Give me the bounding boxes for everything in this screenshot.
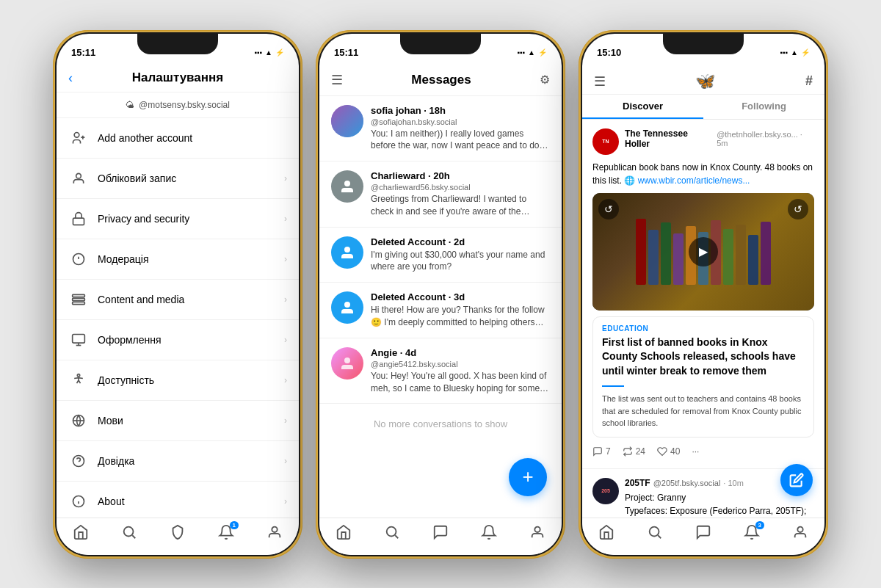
reload-left-icon[interactable]: ↺ (598, 199, 619, 219)
compose-button-3[interactable] (780, 464, 813, 496)
hamburger-icon[interactable]: ☰ (331, 72, 343, 88)
nav-person-3[interactable] (792, 524, 808, 540)
hashtag-icon[interactable]: # (805, 73, 813, 89)
nav-bell-2[interactable] (481, 524, 497, 540)
sofia-content: sofia johan · 18h @sofiajohan.bsky.socia… (371, 105, 550, 153)
nav-home-2[interactable] (336, 524, 352, 540)
battery-icon-3: ⚡ (801, 48, 810, 57)
settings-list: Add another account Обліковий запис › (57, 118, 299, 518)
svg-point-27 (344, 302, 350, 308)
repost-count: 24 (636, 446, 645, 457)
deleted-preview-2: Hi there! How are you? Thanks for the fo… (371, 304, 550, 329)
settings-item-account[interactable]: Обліковий запис › (57, 159, 299, 199)
conversation-charlie[interactable]: Charlieward · 20h @charlieward56.bsky.so… (319, 161, 562, 228)
status-time-2: 15:11 (334, 47, 358, 58)
accessibility-icon (68, 370, 89, 391)
angie-preview: You: Hey! You're all good. X has been ki… (371, 370, 550, 395)
monitor-icon (68, 330, 89, 350)
bell-badge-3: 3 (755, 521, 764, 529)
nav-search-2[interactable] (384, 524, 400, 540)
person-icon (68, 168, 89, 189)
account-handle: @motsensy.bsky.social (139, 100, 230, 110)
signal-icon-3: ▪▪▪ (780, 48, 788, 57)
deleted-preview-1: I'm giving out $30,000 what's your name … (371, 249, 550, 274)
tab-following[interactable]: Following (703, 95, 824, 119)
deleted-content-2: Deleted Account · 3d Hi there! How are y… (371, 291, 550, 329)
svg-point-29 (387, 526, 396, 536)
signal-icon: ▪▪▪ (254, 48, 262, 57)
chevron-icon-4: › (284, 294, 287, 305)
settings-item-add-account[interactable]: Add another account (57, 118, 299, 159)
conversation-sofia[interactable]: sofia johan · 18h @sofiajohan.bsky.socia… (319, 96, 562, 162)
messages-empty: No more conversations to show (319, 404, 562, 444)
205tf-handle: @205tf.bsky.social (653, 479, 721, 487)
play-icon[interactable]: ▶ (689, 237, 718, 266)
back-button[interactable]: ‹ (68, 70, 73, 86)
nav-shield[interactable] (170, 524, 186, 540)
like-action[interactable]: 40 (657, 446, 680, 457)
nav-person-2[interactable] (529, 524, 545, 540)
moderation-label: Модерація (98, 253, 275, 265)
nav-bell[interactable]: 1 (218, 524, 234, 540)
phone-2: 15:11 ▪▪▪ ▲ ⚡ ☰ Messages ⚙ (316, 30, 565, 559)
reply-count: 7 (606, 446, 611, 457)
settings-item-accessibility[interactable]: Доступність › (57, 360, 299, 401)
books-image: ↺ ▶ ↺ (592, 193, 814, 311)
more-action[interactable]: ··· (692, 446, 699, 457)
article-desc: The list was sent out to teachers and co… (593, 393, 813, 437)
svg-line-33 (658, 535, 661, 538)
svg-rect-4 (73, 218, 84, 225)
svg-point-34 (797, 526, 802, 531)
phone-1: 15:11 ▪▪▪ ▲ ⚡ ‹ Налаштування 🌤 @motsensy… (53, 30, 302, 559)
status-time-3: 15:10 (597, 47, 621, 58)
tennessee-avatar: TN (592, 128, 619, 155)
messages-title: Messages (411, 73, 471, 87)
charlie-preview: Greetings from Charlieward! I wanted to … (371, 193, 550, 218)
question-icon (68, 451, 89, 471)
reply-action[interactable]: 7 (592, 446, 611, 457)
battery-icon: ⚡ (275, 48, 284, 57)
settings-item-help[interactable]: Довідка › (57, 441, 299, 482)
nav-bell-3[interactable]: 3 (744, 524, 760, 540)
chevron-icon-2: › (284, 214, 287, 224)
settings-item-privacy[interactable]: Privacy and security › (57, 199, 299, 239)
notch-2 (400, 34, 481, 54)
tab-discover[interactable]: Discover (582, 95, 703, 119)
nav-home[interactable] (73, 524, 89, 540)
bottom-nav-1: 1 (57, 518, 299, 555)
compose-button[interactable]: + (509, 458, 547, 496)
nav-messages-2[interactable] (432, 524, 449, 540)
conversation-deleted-1[interactable]: Deleted Account · 2d I'm giving out $30,… (319, 228, 562, 283)
reload-right-icon[interactable]: ↺ (788, 199, 808, 219)
sofia-handle: @sofiajohan.bsky.social (371, 117, 550, 126)
nav-search[interactable] (121, 524, 137, 540)
svg-point-24 (272, 526, 277, 531)
hamburger-icon-3[interactable]: ☰ (594, 73, 606, 90)
settings-item-content[interactable]: Content and media › (57, 280, 299, 320)
settings-item-moderation[interactable]: Модерація › (57, 239, 299, 280)
settings-item-languages[interactable]: Мови › (57, 401, 299, 441)
article-card[interactable]: EDUCATION First list of banned books in … (592, 316, 814, 438)
notch-3 (663, 34, 744, 54)
svg-point-26 (344, 247, 350, 253)
filter-icon[interactable]: ⚙ (540, 73, 550, 87)
accessibility-label: Доступність (98, 374, 275, 386)
chevron-icon-7: › (284, 415, 287, 426)
about-label: About (98, 496, 275, 507)
bell-badge: 1 (230, 521, 239, 529)
nav-messages-3[interactable] (695, 524, 711, 540)
nav-person[interactable] (267, 524, 283, 540)
repost-action[interactable]: 24 (623, 446, 645, 457)
status-icons-3: ▪▪▪ ▲ ⚡ (780, 48, 810, 57)
settings-item-appearance[interactable]: Оформлення › (57, 320, 299, 360)
svg-point-22 (124, 526, 134, 536)
settings-item-about[interactable]: About › (57, 482, 299, 518)
chevron-icon-9: › (284, 496, 287, 507)
svg-point-31 (534, 526, 540, 531)
nav-home-3[interactable] (598, 524, 614, 540)
account-info: 🌤 @motsensy.bsky.social (57, 92, 299, 118)
conversation-deleted-2[interactable]: Deleted Account · 3d Hi there! How are y… (319, 283, 562, 338)
nav-search-3[interactable] (647, 524, 663, 540)
svg-point-0 (74, 132, 79, 137)
conversation-angie[interactable]: Angie · 4d @angie5412.bsky.social You: H… (319, 338, 562, 404)
